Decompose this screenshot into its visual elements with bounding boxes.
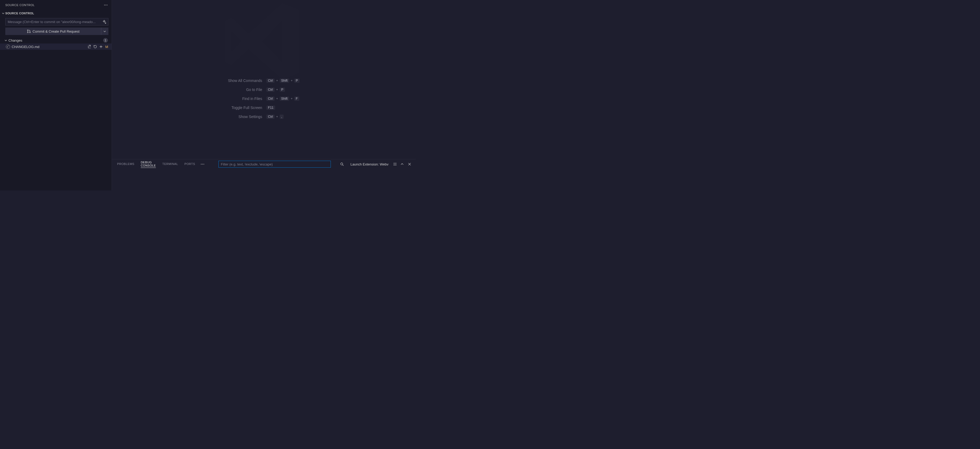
- tab-ports[interactable]: PORTS: [185, 162, 195, 166]
- debug-launch-target[interactable]: Launch Extension: Webv: [350, 162, 390, 166]
- file-modified-icon: [6, 45, 10, 49]
- commit-create-pr-button[interactable]: Commit & Create Pull Request: [5, 27, 101, 35]
- scm-section-label: SOURCE CONTROL: [5, 12, 34, 15]
- changes-section-header[interactable]: Changes 1: [0, 37, 111, 43]
- git-pull-request-icon: [27, 29, 31, 33]
- debug-console-filter-input[interactable]: [218, 161, 331, 167]
- svg-point-9: [340, 163, 343, 165]
- sidebar-header: SOURCE CONTROL: [0, 0, 111, 10]
- tab-problems[interactable]: PROBLEMS: [117, 162, 134, 166]
- editor-empty-area: Show All Commands Ctrl+Shift+P Go to Fil…: [112, 0, 416, 159]
- close-panel-icon[interactable]: [408, 162, 412, 166]
- commit-message-input[interactable]: [5, 18, 108, 25]
- hint-label: Find in Files: [228, 97, 262, 101]
- vscode-watermark-logo: [221, 0, 306, 84]
- chevron-down-icon: [103, 30, 106, 33]
- file-actions: M: [87, 45, 109, 49]
- tab-debug-console[interactable]: DEBUG CONSOLE: [141, 161, 156, 168]
- svg-point-6: [201, 164, 202, 164]
- more-actions-icon[interactable]: [103, 2, 109, 8]
- clear-console-icon[interactable]: [393, 162, 398, 166]
- svg-point-1: [105, 5, 106, 5]
- keyboard-shortcut-hints: Show All Commands Ctrl+Shift+P Go to Fil…: [228, 78, 299, 119]
- ai-sparkle-icon[interactable]: [102, 20, 106, 24]
- hint-keys: Ctrl+Shift+F: [266, 97, 299, 101]
- panel-tabbar: PROBLEMS DEBUG CONSOLE TERMINAL PORTS La…: [112, 159, 416, 169]
- source-control-sidebar: SOURCE CONTROL SOURCE CONTROL Commit & C…: [0, 0, 112, 190]
- commit-button-label: Commit & Create Pull Request: [33, 29, 80, 33]
- hint-label: Show All Commands: [228, 78, 262, 83]
- scm-section-header[interactable]: SOURCE CONTROL: [0, 10, 111, 16]
- svg-point-3: [27, 30, 29, 31]
- changes-label: Changes: [8, 38, 103, 43]
- changes-count-badge: 1: [103, 38, 108, 43]
- commit-button-dropdown[interactable]: [101, 27, 108, 35]
- discard-changes-icon[interactable]: [93, 45, 97, 49]
- chevron-down-icon: [4, 39, 8, 42]
- file-status-badge: M: [105, 45, 109, 49]
- collapse-panel-icon[interactable]: [400, 162, 405, 166]
- svg-point-0: [104, 5, 105, 5]
- hint-keys: F11: [266, 105, 299, 110]
- svg-point-8: [204, 164, 204, 164]
- commit-button-row: Commit & Create Pull Request: [5, 27, 108, 35]
- changed-file-row[interactable]: CHANGELOG.md M: [0, 43, 111, 50]
- hint-label: Show Settings: [228, 115, 262, 119]
- hint-label: Go to File: [228, 88, 262, 92]
- tab-terminal[interactable]: TERMINAL: [162, 162, 178, 166]
- hint-keys: Ctrl+,: [266, 115, 299, 119]
- svg-point-7: [202, 164, 203, 164]
- sidebar-title: SOURCE CONTROL: [5, 3, 35, 6]
- main-area: Show All Commands Ctrl+Shift+P Go to Fil…: [112, 0, 416, 190]
- hint-keys: Ctrl+P: [266, 88, 299, 92]
- search-icon[interactable]: [340, 162, 344, 166]
- hint-keys: Ctrl+Shift+P: [266, 78, 299, 83]
- panel-overflow-icon[interactable]: [200, 162, 205, 166]
- debug-console-body[interactable]: [112, 169, 416, 190]
- chevron-down-icon: [390, 162, 390, 166]
- chevron-down-icon: [1, 12, 5, 15]
- stage-changes-icon[interactable]: [99, 45, 103, 49]
- commit-message-row: [5, 18, 108, 25]
- panel-right-controls: Launch Extension: Webv: [350, 162, 412, 166]
- bottom-panel: PROBLEMS DEBUG CONSOLE TERMINAL PORTS La…: [112, 159, 416, 190]
- svg-point-2: [107, 5, 107, 5]
- svg-point-4: [27, 32, 29, 33]
- hint-label: Toggle Full Screen: [228, 105, 262, 110]
- svg-point-5: [29, 32, 30, 33]
- file-name: CHANGELOG.md: [12, 45, 87, 49]
- open-file-icon[interactable]: [87, 45, 91, 49]
